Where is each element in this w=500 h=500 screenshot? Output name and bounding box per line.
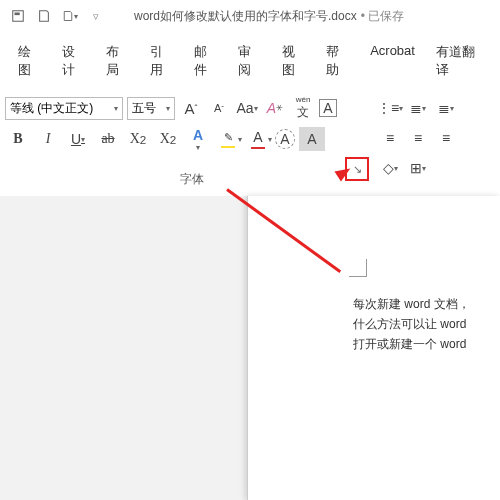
document-body: 每次新建 word 文档， 什么方法可以让 word 打开或新建一个 word bbox=[353, 294, 470, 354]
char-shading-button[interactable]: A bbox=[299, 127, 325, 151]
underline-button[interactable]: U▾ bbox=[65, 127, 91, 151]
tab-design[interactable]: 设计 bbox=[52, 37, 95, 85]
clear-format-button[interactable]: A⚹ bbox=[263, 96, 287, 120]
increase-font-button[interactable]: Aˆ bbox=[179, 96, 203, 120]
tab-review[interactable]: 审阅 bbox=[228, 37, 271, 85]
caret-icon: ▾ bbox=[166, 104, 170, 113]
bold-button[interactable]: B bbox=[5, 127, 31, 151]
autosave-icon[interactable] bbox=[10, 8, 26, 24]
tab-translate[interactable]: 有道翻译 bbox=[426, 37, 492, 85]
text-effects-button[interactable]: A▾ bbox=[185, 127, 211, 151]
subscript-button[interactable]: X2 bbox=[125, 127, 151, 151]
multilevel-button[interactable]: ≣▾ bbox=[434, 96, 458, 120]
save-icon[interactable] bbox=[36, 8, 52, 24]
caret-icon: ▾ bbox=[114, 104, 118, 113]
tab-acrobat[interactable]: Acrobat bbox=[360, 37, 425, 85]
highlight-button[interactable]: ✎▾ bbox=[215, 127, 241, 151]
shading-button[interactable]: ◇▾ bbox=[378, 156, 402, 180]
tab-help[interactable]: 帮助 bbox=[316, 37, 359, 85]
borders-button[interactable]: ⊞▾ bbox=[406, 156, 430, 180]
change-case-button[interactable]: Aa▾ bbox=[235, 96, 259, 120]
dropdown-icon[interactable]: ▾ bbox=[62, 8, 78, 24]
text-line: 每次新建 word 文档， bbox=[353, 294, 470, 314]
tab-view[interactable]: 视图 bbox=[272, 37, 315, 85]
font-color-button[interactable]: A▾ bbox=[245, 127, 271, 151]
svg-rect-0 bbox=[13, 11, 24, 22]
align-center-button[interactable]: ≡ bbox=[406, 126, 430, 150]
font-group-label: 字体 bbox=[5, 153, 378, 192]
document-page[interactable]: 每次新建 word 文档， 什么方法可以让 word 打开或新建一个 word bbox=[247, 196, 500, 500]
bullets-button[interactable]: ⋮≡▾ bbox=[378, 96, 402, 120]
text-line: 打开或新建一个 word bbox=[353, 334, 470, 354]
align-right-button[interactable]: ≡ bbox=[434, 126, 458, 150]
char-border-button[interactable]: A bbox=[319, 99, 337, 117]
align-left-button[interactable]: ≡ bbox=[378, 126, 402, 150]
font-size-value: 五号 bbox=[132, 100, 156, 117]
ribbon-tabs: 绘图 设计 布局 引用 邮件 审阅 视图 帮助 Acrobat 有道翻译 bbox=[0, 32, 500, 85]
italic-button[interactable]: I bbox=[35, 127, 61, 151]
document-title: word如何修改默认使用的字体和字号.docx bbox=[134, 8, 357, 25]
strikethrough-button[interactable]: ab bbox=[95, 127, 121, 151]
overflow-icon[interactable]: ▿ bbox=[88, 8, 104, 24]
tab-draw[interactable]: 绘图 bbox=[8, 37, 51, 85]
tab-mailings[interactable]: 邮件 bbox=[184, 37, 227, 85]
text-line: 什么方法可以让 word bbox=[353, 314, 470, 334]
cursor-indicator bbox=[349, 259, 367, 277]
launcher-arrow-icon: ↘ bbox=[353, 163, 362, 176]
circled-char-button[interactable]: A bbox=[275, 129, 295, 149]
editor-background bbox=[0, 196, 247, 500]
font-size-select[interactable]: 五号▾ bbox=[127, 97, 175, 120]
decrease-font-button[interactable]: Aˇ bbox=[207, 96, 231, 120]
save-status: • 已保存 bbox=[361, 8, 405, 25]
tab-references[interactable]: 引用 bbox=[140, 37, 183, 85]
title-bar: ▾ ▿ word如何修改默认使用的字体和字号.docx • 已保存 bbox=[0, 0, 500, 32]
numbering-button[interactable]: ≣▾ bbox=[406, 96, 430, 120]
font-name-select[interactable]: 等线 (中文正文)▾ bbox=[5, 97, 123, 120]
font-name-value: 等线 (中文正文) bbox=[10, 100, 93, 117]
superscript-button[interactable]: X2 bbox=[155, 127, 181, 151]
tab-layout[interactable]: 布局 bbox=[96, 37, 139, 85]
phonetic-button[interactable]: wén文 bbox=[291, 96, 315, 120]
